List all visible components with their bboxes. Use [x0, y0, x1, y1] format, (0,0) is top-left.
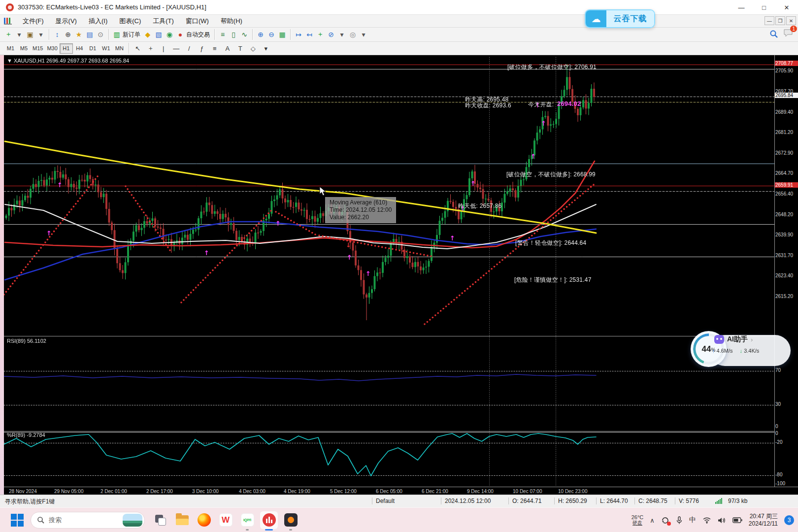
file-explorer-icon[interactable]: [175, 513, 189, 527]
toolbar-icon[interactable]: ▾: [358, 29, 369, 40]
chat-icon[interactable]: 1: [783, 29, 793, 39]
maximize-button[interactable]: □: [753, 0, 775, 15]
zoom-icon[interactable]: ▦: [277, 29, 288, 40]
start-button[interactable]: [11, 514, 24, 527]
drawing-tool-button[interactable]: ＋: [144, 43, 157, 54]
new-order-button[interactable]: 新订单: [122, 31, 142, 39]
auto-trading-icon[interactable]: ●: [175, 29, 186, 40]
ai-assistant-widget[interactable]: 44% AI助手 › ↑ 4.6M/s ↓ 3.4K/s: [691, 331, 791, 367]
price-axis-label: 30: [775, 401, 781, 407]
drawing-tool-button[interactable]: A: [221, 43, 234, 54]
time-axis-label: 5 Dec 12:00: [330, 489, 357, 494]
wps-icon[interactable]: W: [219, 513, 233, 527]
speaker-icon[interactable]: [718, 517, 726, 524]
chart-canvas[interactable]: [4, 55, 774, 487]
minimize-button[interactable]: —: [730, 0, 753, 15]
drawing-tool-button[interactable]: ≡: [208, 43, 221, 54]
timeframe-button[interactable]: D1: [86, 43, 100, 54]
search-highlight-image[interactable]: [123, 514, 142, 527]
ime-indicator[interactable]: 中: [689, 516, 696, 525]
close-button[interactable]: ✕: [775, 0, 798, 15]
toolbar-icon[interactable]: ⊙: [95, 29, 106, 40]
chart-type-icon[interactable]: ≡: [217, 29, 228, 40]
toolbar-icon[interactable]: ◆: [142, 29, 153, 40]
menu-item[interactable]: 窗口(W): [180, 15, 215, 27]
toolbar-separator: [214, 29, 215, 40]
zoom-icon[interactable]: ⊕: [255, 29, 266, 40]
price-axis[interactable]: 2708.772705.902697.702695.842689.402681.…: [774, 55, 798, 487]
toolbar-icon[interactable]: ↕: [52, 29, 63, 40]
toolbar-icon[interactable]: ↤: [304, 29, 315, 40]
new-order-icon[interactable]: ▥: [111, 29, 122, 40]
tray-chevron-icon[interactable]: ∧: [650, 517, 655, 524]
toolbar-icon[interactable]: ★: [73, 29, 84, 40]
timeframe-button[interactable]: M15: [31, 43, 45, 54]
firefox-icon[interactable]: [197, 513, 211, 527]
time-axis-label: 10 Dec 23:00: [558, 489, 588, 494]
timeframe-button[interactable]: M30: [45, 43, 59, 54]
toolbar-icon[interactable]: ▧: [153, 29, 164, 40]
auto-trading-button[interactable]: 自动交易: [186, 31, 212, 39]
search-icon[interactable]: [769, 30, 778, 38]
toolbar-icon[interactable]: ▾: [14, 29, 25, 40]
child-minimize-button[interactable]: —: [765, 16, 774, 25]
timeframe-button[interactable]: H4: [73, 43, 86, 54]
battery-icon[interactable]: [732, 517, 742, 523]
toolbar-right: 1: [769, 29, 793, 39]
notification-badge[interactable]: 3: [784, 515, 794, 525]
microphone-icon[interactable]: [676, 516, 683, 525]
menu-item[interactable]: 插入(I): [83, 15, 113, 27]
menu-item[interactable]: 显示(V): [50, 15, 83, 27]
cloud-download-widget[interactable]: ☁ 云吞下载: [585, 9, 655, 28]
toolbar-icon[interactable]: ⊕: [63, 29, 73, 40]
drawing-tool-button[interactable]: ▾: [260, 43, 272, 54]
timeframe-button[interactable]: M1: [4, 43, 17, 54]
iqiyi-icon[interactable]: iQIYI: [240, 513, 254, 527]
drawing-tool-button[interactable]: ƒ: [196, 43, 208, 54]
time-axis-label: 28 Nov 2024: [9, 489, 37, 494]
task-view-button[interactable]: [154, 513, 167, 527]
chart-type-icon[interactable]: ▯: [228, 29, 239, 40]
chart-type-icon[interactable]: ∿: [239, 29, 250, 40]
menu-item[interactable]: 工具(T): [147, 15, 180, 27]
drawing-tool-button[interactable]: /: [183, 43, 196, 54]
game-app-icon[interactable]: [284, 513, 298, 527]
menu-item[interactable]: 图表(C): [113, 15, 147, 27]
toolbar-icon[interactable]: ◎: [347, 29, 358, 40]
timeframe-button[interactable]: H1: [60, 43, 73, 54]
timeframe-button[interactable]: M5: [17, 43, 31, 54]
toolbar-icon[interactable]: ▤: [84, 29, 95, 40]
drawing-tool-button[interactable]: |: [157, 43, 170, 54]
toolbar-icon[interactable]: ▣: [25, 29, 35, 40]
taskbar-search[interactable]: 搜索: [31, 512, 145, 529]
temperature-widget[interactable]: 26°C 硬盘: [632, 515, 644, 526]
tooltip-line: Moving Average (610): [330, 199, 392, 206]
drawing-tool-button[interactable]: —: [170, 43, 183, 54]
sync-icon[interactable]: [661, 516, 669, 525]
menu-item[interactable]: 帮助(H): [215, 15, 248, 27]
drawing-tool-button[interactable]: ↖: [132, 43, 144, 54]
drawing-tool-button[interactable]: ◇: [247, 43, 260, 54]
toolbar-icon[interactable]: ▾: [336, 29, 347, 40]
child-close-button[interactable]: ✕: [786, 16, 796, 25]
drawing-tool-button[interactable]: T: [234, 43, 247, 54]
timeframe-button[interactable]: W1: [100, 43, 113, 54]
child-restore-button[interactable]: ❐: [775, 16, 785, 25]
wifi-icon[interactable]: [702, 517, 711, 524]
chat-badge: 1: [790, 26, 797, 32]
menu-item[interactable]: 文件(F): [17, 15, 50, 27]
toolbar-icon[interactable]: ＋: [3, 29, 14, 40]
trading-app-icon[interactable]: [262, 513, 276, 527]
clock[interactable]: 20:47 周三 2024/12/11: [749, 513, 778, 528]
toolbar-icon[interactable]: ⊘: [326, 29, 336, 40]
time-axis[interactable]: 28 Nov 202429 Nov 05:002 Dec 01:002 Dec …: [4, 487, 798, 495]
chevron-right-icon: ›: [751, 336, 753, 343]
toolbar-icon[interactable]: ＋: [315, 29, 326, 40]
price-axis-label: 2705.90: [775, 68, 793, 73]
toolbar-icon[interactable]: ↦: [293, 29, 304, 40]
search-icon: [37, 516, 45, 524]
zoom-icon[interactable]: ⊖: [266, 29, 277, 40]
toolbar-icon[interactable]: ◉: [164, 29, 175, 40]
toolbar-icon[interactable]: ▾: [35, 29, 46, 40]
timeframe-button[interactable]: MN: [113, 43, 126, 54]
